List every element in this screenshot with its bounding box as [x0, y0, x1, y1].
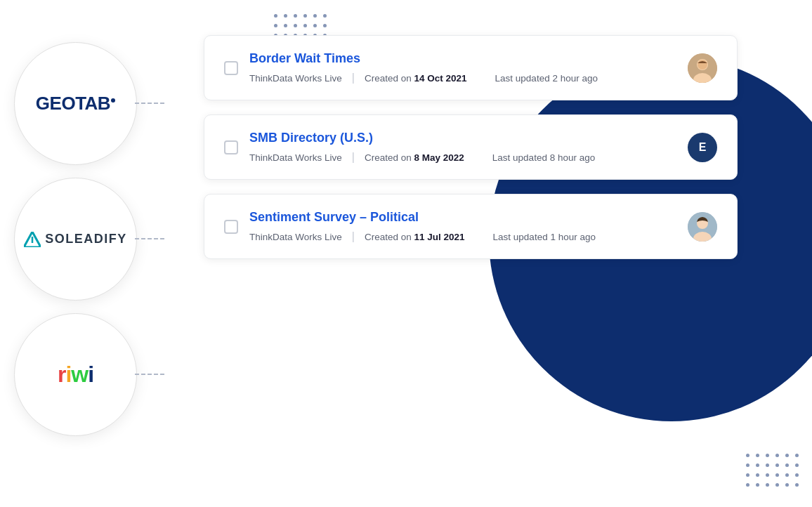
card-meta-sentiment-survey: ThinkData Works Live | Created on 11 Jul… [249, 230, 676, 243]
meta-created-smb-directory: Created on 8 May 2022 [365, 152, 464, 163]
geotab-logo-circle: GEOTAB [14, 42, 137, 165]
meta-created-sentiment-survey: Created on 11 Jul 2021 [365, 232, 465, 242]
dataset-card-smb-directory: SMB Directory (U.S.) ThinkData Works Liv… [204, 114, 738, 180]
meta-source-smb-directory: ThinkData Works Live [249, 152, 342, 163]
checkbox-sentiment-survey[interactable] [224, 220, 238, 234]
logo-circles-container: GEOTAB SOLEADIFY riwi [14, 42, 137, 436]
soleadify-logo: SOLEADIFY [24, 232, 127, 247]
soleadify-triangle-icon [24, 232, 41, 247]
checkbox-smb-directory[interactable] [224, 140, 238, 154]
checkbox-border-wait-times[interactable] [224, 61, 238, 75]
geotab-logo: GEOTAB [36, 93, 115, 114]
soleadify-text: SOLEADIFY [45, 232, 127, 246]
meta-created-border-wait-times: Created on 14 Oct 2021 [365, 73, 467, 84]
dataset-list: Border Wait Times ThinkData Works Live |… [204, 35, 738, 259]
dot-pattern-bottom [746, 454, 805, 493]
riwi-logo-circle: riwi [14, 313, 137, 436]
card-content-border-wait-times: Border Wait Times ThinkData Works Live |… [249, 51, 676, 84]
meta-updated-border-wait-times: Last updated 2 hour ago [495, 73, 598, 84]
meta-divider-3: | [352, 230, 355, 243]
meta-divider-2: | [352, 151, 355, 164]
avatar-sentiment-survey [688, 212, 717, 242]
meta-divider-1: | [352, 72, 355, 84]
avatar-border-wait-times [688, 53, 717, 83]
soleadify-icon: SOLEADIFY [24, 232, 127, 247]
dataset-card-sentiment-survey: Sentiment Survey – Political ThinkData W… [204, 194, 738, 259]
card-meta-smb-directory: ThinkData Works Live | Created on 8 May … [249, 151, 676, 164]
dataset-title-border-wait-times[interactable]: Border Wait Times [249, 51, 676, 66]
card-content-smb-directory: SMB Directory (U.S.) ThinkData Works Liv… [249, 131, 676, 164]
dataset-title-sentiment-survey[interactable]: Sentiment Survey – Political [249, 210, 676, 225]
card-content-sentiment-survey: Sentiment Survey – Political ThinkData W… [249, 210, 676, 243]
card-meta-border-wait-times: ThinkData Works Live | Created on 14 Oct… [249, 72, 676, 84]
dataset-card-border-wait-times: Border Wait Times ThinkData Works Live |… [204, 35, 738, 100]
meta-source-sentiment-survey: ThinkData Works Live [249, 232, 342, 242]
meta-updated-sentiment-survey: Last updated 1 hour ago [493, 232, 596, 242]
riwi-logo: riwi [58, 362, 93, 388]
meta-source-border-wait-times: ThinkData Works Live [249, 73, 342, 84]
soleadify-logo-circle: SOLEADIFY [14, 178, 137, 301]
avatar-smb-directory: E [688, 133, 717, 162]
meta-updated-smb-directory: Last updated 8 hour ago [492, 152, 595, 163]
dataset-title-smb-directory[interactable]: SMB Directory (U.S.) [249, 131, 676, 145]
